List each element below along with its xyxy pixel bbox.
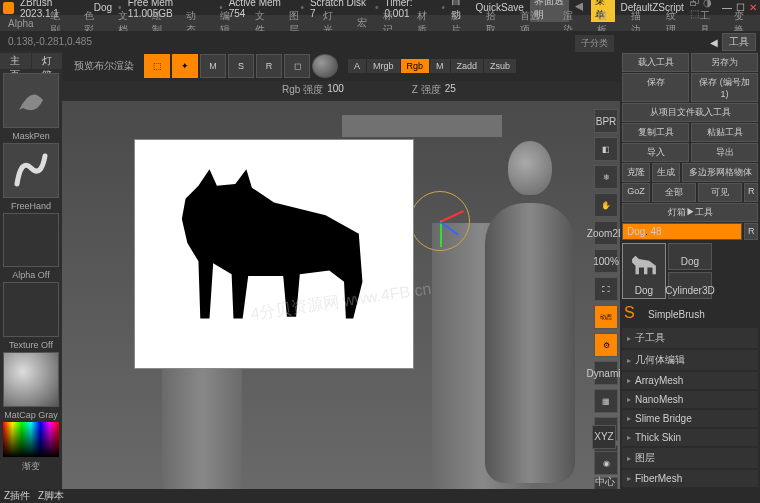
menu-macro[interactable]: 宏 [357, 16, 367, 30]
zoom-button[interactable]: Zoom2D [594, 221, 618, 245]
cursor-coords: 0.138,-0.281,0.485 [4, 36, 92, 47]
tab-lightbox[interactable]: 灯箱 [32, 53, 63, 69]
zoom-percent[interactable]: 100% [594, 249, 618, 273]
export-button[interactable]: 导出 [691, 143, 758, 162]
save-numbered-button[interactable]: 保存 (编号加 1) [691, 73, 758, 102]
hand-icon[interactable]: ✋ [594, 193, 618, 217]
extra-button[interactable]: ◻ [284, 54, 310, 78]
bpr-button[interactable]: BPR [594, 109, 618, 133]
material-slot[interactable] [3, 352, 59, 407]
sculptris-button[interactable]: ⚙ [594, 333, 618, 357]
lightbox-tool-button[interactable]: 灯箱▶工具 [622, 203, 758, 222]
section-fibermesh[interactable]: ▸FiberMesh [622, 470, 758, 487]
current-tool-name[interactable]: Dog. 48 [622, 223, 742, 240]
mode-mrgb[interactable]: Mrgb [367, 59, 400, 73]
tool-palette-header[interactable]: 工具 [722, 33, 756, 51]
brush-slot-freehand[interactable] [3, 143, 59, 198]
import-button[interactable]: 导入 [622, 143, 689, 162]
brush-label: MaskPen [12, 131, 50, 141]
z-intensity-label: Z 强度 [412, 83, 441, 97]
tool-palette: 载入工具另存为 保存保存 (编号加 1) 从项目文件载入工具 复制工具粘贴工具 … [620, 51, 760, 503]
viewport-side-buttons: BPR ◧ ❄ ✋ Zoom2D 100% ⛶ 动态 ⚙ Dynamic ▦ 🔒… [594, 109, 618, 469]
left-shelf: 主页 灯箱 MaskPen FreeHand Alpha Off Texture… [0, 51, 62, 503]
mode-zadd[interactable]: Zadd [451, 59, 484, 73]
load-tool-button[interactable]: 载入工具 [622, 53, 689, 72]
section-arraymesh[interactable]: ▸ArrayMesh [622, 372, 758, 389]
simple-brush-row[interactable]: S SimpleBrush [622, 302, 758, 326]
mode-m[interactable]: M [430, 59, 450, 73]
app-logo-icon [3, 2, 14, 14]
brush-slot-maskpen[interactable] [3, 73, 59, 128]
tool-r-button[interactable]: R [744, 223, 758, 240]
goz-visible-button[interactable]: 可见 [698, 183, 742, 202]
section-nanomesh[interactable]: ▸NanoMesh [622, 391, 758, 408]
polyframe-button[interactable]: ▦ [594, 389, 618, 413]
rgb-intensity-value[interactable]: 100 [327, 83, 344, 97]
tool-thumb-dog-small[interactable]: Dog [668, 243, 712, 270]
center-area: 预览布尔渲染 ⬚ ✦ M S R ◻ A Mrgb Rgb M Zadd Zsu… [62, 51, 620, 503]
goz-r-button[interactable]: R [744, 183, 758, 202]
freeze-button[interactable]: ❄ [594, 165, 618, 189]
material-preview-icon[interactable] [312, 54, 338, 78]
axis-label[interactable]: XYZ [592, 425, 616, 449]
dynamic-button[interactable]: 动态 [594, 305, 618, 329]
goz-button[interactable]: GoZ [622, 183, 650, 202]
edit-mode-button[interactable]: ⬚ [144, 54, 170, 78]
mode-a[interactable]: A [348, 59, 366, 73]
move-mode-button[interactable]: M [200, 54, 226, 78]
tab-main[interactable]: 主页 [0, 53, 31, 69]
zscript-menu[interactable]: Z脚本 [38, 489, 64, 503]
clone-button[interactable]: 克隆 [622, 163, 650, 182]
rotate-mode-button[interactable]: R [256, 54, 282, 78]
subdiv-button[interactable]: ◧ [594, 137, 618, 161]
mode-rgb[interactable]: Rgb [401, 59, 430, 73]
alpha-label: Alpha Off [12, 270, 49, 280]
dog-silhouette-icon [145, 150, 403, 358]
simple-brush-icon: S [624, 304, 644, 324]
save-as-button[interactable]: 另存为 [691, 53, 758, 72]
dynamesh-button[interactable]: Dynamic [594, 361, 618, 385]
menu-bar: Alpha 笔刷 色彩 文档 绘制 动态 编辑 文件 图层 灯光 宏 标记 材质… [0, 15, 760, 31]
paste-tool-button[interactable]: 粘贴工具 [691, 123, 758, 142]
fit-button[interactable]: ⛶ [594, 277, 618, 301]
chevron-right-icon: ▸ [627, 334, 631, 343]
dog-thumb-icon [627, 248, 661, 282]
rgb-intensity-label: Rgb 强度 [282, 83, 323, 97]
alpha-slot[interactable] [3, 213, 59, 268]
mode-zsub[interactable]: Zsub [484, 59, 516, 73]
tool-thumb-cylinder[interactable]: Cylinder3D [668, 272, 712, 299]
load-from-project-button[interactable]: 从项目文件载入工具 [622, 103, 758, 122]
draw-mode-button[interactable]: ✦ [172, 54, 198, 78]
polymesh-button[interactable]: 多边形网格物体 [682, 163, 758, 182]
tool-thumb-dog[interactable]: Dog [622, 243, 666, 299]
panel-collapse-icon[interactable]: ◀ [710, 37, 718, 48]
section-slimebridge[interactable]: ▸Slime Bridge [622, 410, 758, 427]
status-strip: 0.138,-0.281,0.485 ◀ 工具 [0, 31, 760, 51]
minimize-button[interactable]: — [722, 2, 732, 13]
perspective-button[interactable]: ◉ [594, 451, 618, 475]
menu-alpha[interactable]: Alpha [8, 18, 34, 29]
preview-bool-render[interactable]: 预览布尔渲染 [66, 59, 142, 73]
brush-label: FreeHand [11, 201, 51, 211]
reference-image-panel[interactable] [134, 139, 414, 369]
section-thickskin[interactable]: ▸Thick Skin [622, 429, 758, 446]
zplugin-menu[interactable]: Z插件 [4, 489, 30, 503]
texture-slot[interactable] [3, 282, 59, 337]
human-reference-model [470, 141, 590, 503]
gradient-label: 渐变 [22, 460, 40, 473]
generate-button[interactable]: 生成 [652, 163, 680, 182]
copy-tool-button[interactable]: 复制工具 [622, 123, 689, 142]
reference-view-titlebar[interactable] [342, 115, 502, 137]
goz-all-button[interactable]: 全部 [652, 183, 696, 202]
section-geometry[interactable]: ▸几何体编辑 [622, 350, 758, 370]
scale-mode-button[interactable]: S [228, 54, 254, 78]
save-button[interactable]: 保存 [622, 73, 689, 102]
corner-tab[interactable]: 子分类 [575, 35, 614, 52]
z-intensity-value[interactable]: 25 [445, 83, 456, 97]
material-label: MatCap Gray [4, 410, 58, 420]
viewport[interactable]: 4分贝资源网 www.4FB.cn BPR ◧ ❄ ✋ Zoom2D 100% … [62, 101, 620, 503]
footer-bar: Z插件 Z脚本 [0, 489, 760, 503]
section-layers[interactable]: ▸图层 [622, 448, 758, 468]
color-picker[interactable] [3, 422, 59, 457]
section-subtool[interactable]: ▸子工具 [622, 328, 758, 348]
